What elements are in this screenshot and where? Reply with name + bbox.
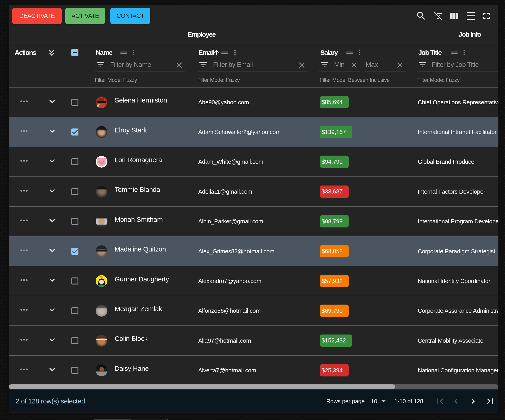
svg-text:yay!: yay! <box>100 276 104 278</box>
